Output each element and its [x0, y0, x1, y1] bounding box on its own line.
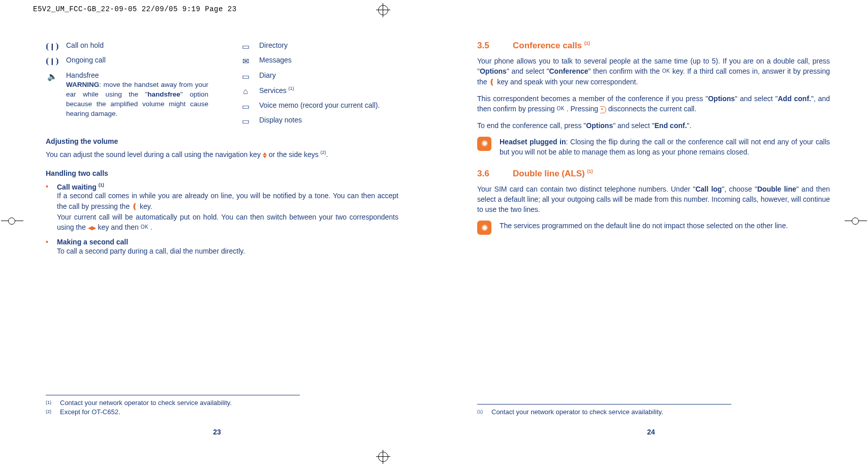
bullet-icon: • [46, 238, 52, 256]
icon-legend: ⦗❙⦘ Call on hold ⦗❙⦘ Ongoing call 🔈 Hand… [46, 41, 398, 127]
tip-headset: ✺ Headset plugged in: Closing the flip d… [477, 137, 830, 158]
nav-up-down-icon [263, 152, 267, 158]
call-on-hold-label: Call on hold [66, 41, 208, 51]
handling-two-calls-heading: Handling two calls [46, 169, 398, 177]
ongoing-call-icon: ⦗❙⦘ [46, 55, 59, 67]
page-number-left: 23 [0, 428, 434, 436]
answer-key-icon: ❪ [489, 77, 495, 87]
handsfree-label: Handsfree [66, 71, 208, 81]
adjust-volume-text: You can adjust the sound level during a … [46, 149, 398, 160]
services-icon: ⌂ [239, 85, 252, 97]
voice-memo-label: Voice memo (record your current call). [259, 101, 391, 111]
footnotes-right: (1)Contact your network operator to chec… [477, 404, 731, 417]
ok-key-icon: OK [662, 68, 670, 75]
s35-para-1: Your phone allows you to talk to several… [477, 56, 830, 87]
messages-icon: ✉ [239, 55, 252, 67]
crop-mark-bottom-icon [376, 450, 390, 464]
section-3-6-heading: 3.6 Double line (ALS) (1) [477, 169, 830, 179]
handsfree-icon: 🔈 [46, 71, 59, 82]
crop-mark-top-icon [376, 3, 390, 17]
page-left: ⦗❙⦘ Call on hold ⦗❙⦘ Ongoing call 🔈 Hand… [0, 41, 434, 427]
tip-lightbulb-icon: ✺ [477, 137, 491, 151]
handsfree-warning: WARNING: move the handset away from your… [66, 80, 208, 119]
s36-para-1: Your SIM card can contain two distinct t… [477, 184, 830, 215]
crop-header-text: E5V2_UM_FCC-GB_22-09-05 22/09/05 9:19 Pa… [33, 5, 237, 13]
nav-left-right-icon: ◀▶ [88, 224, 96, 232]
call-on-hold-icon: ⦗❙⦘ [46, 41, 59, 52]
ok-key-icon: OK [141, 224, 148, 231]
answer-key-icon: ❪ [132, 201, 138, 211]
diary-icon: ▭ [239, 71, 252, 82]
s35-para-3: To end the conference call, press "Optio… [477, 120, 830, 131]
messages-label: Messages [259, 55, 391, 66]
services-label: Services (1) [259, 85, 391, 96]
voice-memo-icon: ▭ [239, 101, 252, 112]
section-3-5-heading: 3.5 Conference calls (1) [477, 41, 830, 51]
hangup-key-icon [600, 106, 606, 113]
bullet-icon: • [46, 182, 52, 233]
diary-label: Diary [259, 71, 391, 81]
adjust-volume-heading: Adjusting the volume [46, 137, 398, 145]
page-number-right: 24 [434, 428, 868, 436]
ongoing-call-label: Ongoing call [66, 55, 208, 66]
ok-key-icon: OK [556, 105, 564, 113]
tip-default-line: ✺ The services programmed on the default… [477, 221, 830, 235]
directory-label: Directory [259, 41, 391, 51]
call-waiting-block: Call waiting (1) If a second call comes … [57, 182, 398, 233]
second-call-block: Making a second call To call a second pa… [57, 238, 398, 256]
page-right: 3.5 Conference calls (1) Your phone allo… [434, 41, 868, 427]
tip-lightbulb-icon: ✺ [477, 221, 491, 235]
display-notes-label: Display notes [259, 115, 391, 126]
footnotes-left: (1)Contact your network operator to chec… [46, 395, 300, 417]
directory-icon: ▭ [239, 41, 252, 52]
display-notes-icon: ▭ [239, 115, 252, 127]
s35-para-2: This correspondent becomes a member of t… [477, 94, 830, 114]
